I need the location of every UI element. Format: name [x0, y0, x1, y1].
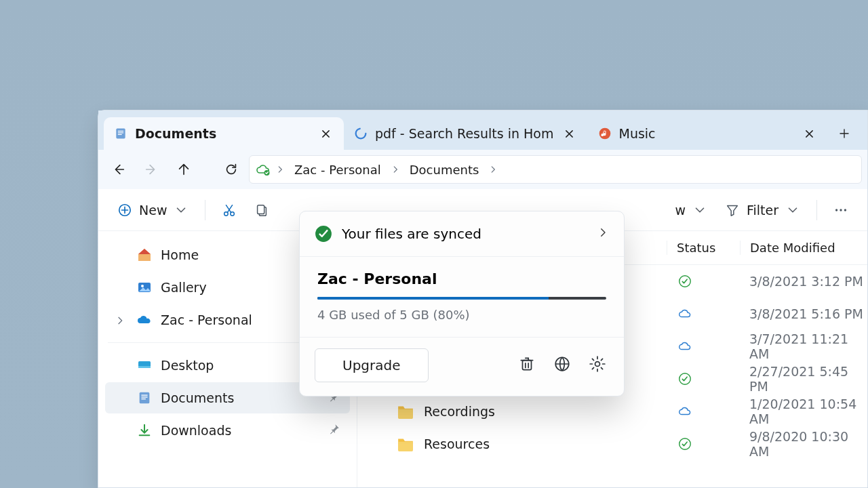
close-tab-icon[interactable]	[317, 125, 334, 142]
chevron-down-icon	[174, 203, 189, 218]
status-cell	[667, 404, 740, 419]
globe-icon[interactable]	[553, 355, 574, 375]
svg-rect-21	[141, 396, 147, 397]
file-name: Recordings	[424, 404, 495, 419]
desktop-icon	[136, 357, 153, 373]
pin-icon	[328, 423, 340, 438]
filter-icon	[725, 203, 740, 218]
copy-button[interactable]	[248, 197, 276, 223]
status-cell	[667, 339, 740, 354]
svg-rect-18	[138, 366, 151, 368]
tab-label: Documents	[135, 126, 310, 141]
cloud-sync-icon	[254, 161, 273, 178]
storage-progress-bar	[317, 297, 606, 300]
sidebar-item-label: Zac - Personal	[161, 312, 252, 327]
up-button[interactable]	[169, 155, 199, 184]
document-icon	[113, 126, 128, 141]
chevron-right-icon	[275, 163, 285, 177]
svg-rect-1	[118, 131, 123, 131]
sidebar-item-label: Gallery	[161, 280, 207, 295]
chevron-right-icon[interactable]	[115, 314, 127, 326]
chevron-down-icon	[785, 203, 800, 218]
date-cell: 1/20/2021 10:54 AM	[740, 396, 867, 426]
close-tab-icon[interactable]	[801, 125, 818, 142]
forward-button[interactable]	[136, 155, 166, 184]
date-cell: 3/8/2021 3:12 PM	[740, 274, 867, 289]
new-tab-button[interactable]	[828, 117, 861, 150]
cut-button[interactable]	[215, 197, 243, 223]
svg-rect-0	[116, 129, 125, 139]
ellipsis-icon	[833, 203, 848, 218]
column-header-date[interactable]: Date Modified	[740, 241, 867, 255]
filter-button[interactable]: Filter	[718, 197, 807, 223]
recycle-bin-icon[interactable]	[518, 355, 538, 375]
nav-row: Zac - Personal Documents	[98, 150, 867, 189]
sidebar-item-label: Documents	[161, 390, 234, 405]
tab-label: pdf - Search Results in Hom	[375, 126, 554, 141]
date-cell: 2/27/2021 5:45 PM	[740, 364, 867, 394]
status-cell	[667, 371, 740, 386]
tab-documents[interactable]: Documents	[104, 117, 344, 150]
svg-rect-19	[140, 392, 150, 404]
status-cell	[667, 436, 740, 451]
sync-status-text: Your files are synced	[342, 226, 481, 242]
home-icon	[136, 247, 153, 263]
date-cell: 3/8/2021 5:16 PM	[740, 306, 867, 321]
svg-rect-22	[141, 399, 145, 399]
breadcrumb-item[interactable]: Documents	[403, 160, 486, 180]
tab-music[interactable]: Music	[588, 117, 828, 150]
status-cell	[667, 306, 740, 321]
svg-point-13	[840, 209, 842, 211]
address-bar[interactable]: Zac - Personal Documents	[249, 155, 862, 184]
close-tab-icon[interactable]	[561, 125, 578, 142]
account-name: Zac - Personal	[317, 270, 606, 287]
gallery-icon	[136, 279, 153, 296]
view-button[interactable]: w	[668, 197, 714, 223]
tab-search-results[interactable]: pdf - Search Results in Hom	[344, 117, 588, 150]
music-icon	[597, 126, 612, 141]
desktop-background: Documents pdf - Search Results in Hom Mu	[0, 0, 868, 488]
sidebar-item-downloads[interactable]: Downloads	[105, 415, 350, 446]
upgrade-button[interactable]: Upgrade	[315, 348, 429, 382]
filter-button-label: Filter	[747, 203, 778, 218]
chevron-down-icon	[692, 203, 707, 218]
sidebar-item-label: Desktop	[161, 358, 214, 373]
table-row[interactable]: Recordings1/20/2021 10:54 AM	[357, 395, 867, 428]
svg-point-14	[844, 209, 846, 211]
onedrive-status-flyout: Your files are synced Zac - Personal 4 G…	[299, 211, 625, 396]
breadcrumb-item[interactable]: Zac - Personal	[288, 160, 388, 180]
document-icon	[136, 390, 153, 406]
chevron-right-icon[interactable]	[597, 226, 609, 242]
refresh-button[interactable]	[216, 155, 246, 184]
date-cell: 3/7/2021 11:21 AM	[740, 331, 867, 361]
storage-usage-text: 4 GB used of 5 GB (80%)	[317, 308, 606, 322]
file-explorer-window: Documents pdf - Search Results in Hom Mu	[98, 110, 868, 488]
view-button-label: w	[675, 203, 686, 218]
new-button[interactable]: New	[111, 197, 195, 223]
tab-strip: Documents pdf - Search Results in Hom Mu	[98, 110, 867, 150]
svg-point-12	[835, 209, 837, 211]
svg-rect-3	[118, 134, 122, 135]
downloads-icon	[136, 422, 153, 439]
check-circle-icon	[315, 225, 332, 243]
svg-rect-27	[523, 361, 532, 370]
chevron-right-icon	[488, 163, 498, 177]
onedrive-icon	[136, 312, 153, 328]
toolbar-separator	[205, 200, 205, 220]
status-cell	[667, 274, 740, 289]
column-header-status[interactable]: Status	[667, 241, 740, 255]
file-name: Resources	[424, 436, 490, 451]
svg-rect-2	[118, 132, 123, 133]
more-button[interactable]	[827, 197, 855, 223]
svg-point-16	[141, 285, 144, 287]
back-button[interactable]	[104, 155, 134, 184]
tab-label: Music	[619, 126, 794, 141]
table-row[interactable]: Resources9/8/2020 10:30 AM	[357, 428, 867, 460]
svg-point-29	[595, 362, 600, 367]
chevron-right-icon	[391, 163, 400, 177]
gear-icon[interactable]	[589, 355, 609, 375]
svg-rect-20	[141, 394, 147, 395]
svg-rect-11	[258, 205, 264, 214]
sidebar-item-label: Downloads	[161, 423, 231, 438]
svg-point-4	[356, 129, 366, 139]
